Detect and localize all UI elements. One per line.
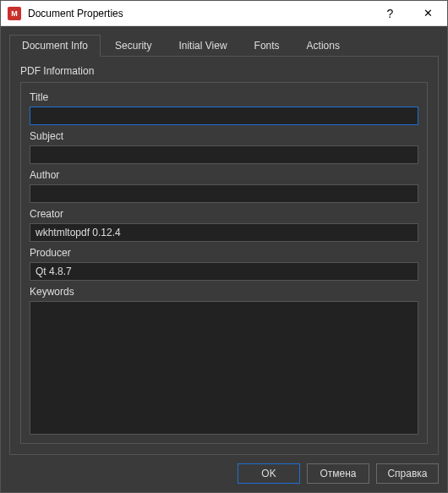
tab-actions[interactable]: Actions (294, 35, 352, 57)
titlebar: M Document Properties ? ✕ (1, 1, 447, 26)
title-input[interactable] (30, 107, 418, 125)
producer-label: Producer (30, 247, 418, 259)
subject-input[interactable] (30, 145, 418, 164)
help-icon[interactable]: ? (371, 1, 409, 25)
tab-fonts[interactable]: Fonts (242, 35, 292, 57)
keywords-input[interactable] (30, 301, 418, 435)
dialog-window: M Document Properties ? ✕ Document Info … (0, 0, 448, 493)
creator-label: Creator (30, 208, 418, 220)
tab-panel: PDF Information Title Subject Author Cre… (9, 56, 439, 455)
help-button[interactable]: Справка (376, 463, 439, 484)
producer-input[interactable] (30, 262, 418, 281)
button-bar: OK Отмена Справка (9, 455, 439, 484)
cancel-button[interactable]: Отмена (307, 463, 369, 484)
creator-input[interactable] (30, 223, 418, 242)
author-input[interactable] (30, 184, 418, 203)
app-icon: M (8, 7, 21, 20)
ok-button[interactable]: OK (238, 463, 300, 484)
pdf-information-group: Title Subject Author Creator Producer Ke… (20, 82, 428, 444)
tab-initial-view[interactable]: Initial View (166, 35, 239, 57)
subject-label: Subject (30, 130, 418, 142)
title-label: Title (30, 91, 418, 103)
window-title: Document Properties (28, 8, 371, 19)
author-label: Author (30, 169, 418, 181)
tab-bar: Document Info Security Initial View Font… (9, 35, 439, 57)
client-area: Document Info Security Initial View Font… (1, 26, 447, 492)
tab-document-info[interactable]: Document Info (9, 35, 101, 57)
group-label: PDF Information (20, 65, 428, 77)
keywords-label: Keywords (30, 286, 418, 298)
close-icon[interactable]: ✕ (409, 1, 447, 25)
tab-security[interactable]: Security (102, 35, 164, 57)
